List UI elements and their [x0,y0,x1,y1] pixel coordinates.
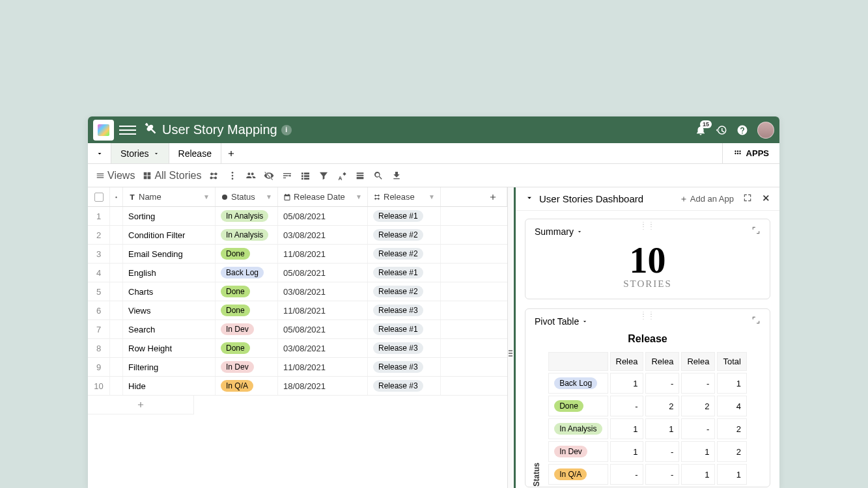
cell-date[interactable]: 03/08/2021 [278,339,368,357]
filter-icon[interactable] [318,170,329,181]
cell-name[interactable]: English [123,264,216,282]
cell-release[interactable]: Release #1 [368,207,441,225]
tabs-collapse-icon[interactable] [88,143,111,163]
cell-name[interactable]: Condition Filter [123,226,216,244]
cell-status[interactable]: In Analysis [216,226,278,244]
cell-name[interactable]: Row Height [123,339,216,357]
cell-name[interactable]: Hide [123,377,216,395]
group-icon[interactable] [300,170,311,181]
cell-release[interactable]: Release #1 [368,264,441,282]
cell-release[interactable]: Release #1 [368,320,441,338]
logo-button[interactable] [93,120,114,141]
info-icon[interactable]: i [281,125,292,135]
summary-dropdown[interactable]: Summary [535,226,583,237]
summary-caption: STORIES [535,278,761,290]
card-expand-icon[interactable] [751,226,761,237]
cell-release[interactable]: Release #2 [368,282,441,301]
table-row[interactable]: 2Condition FilterIn Analysis03/08/2021Re… [88,226,507,245]
cell-date[interactable]: 05/08/2021 [278,207,368,225]
cell-status[interactable]: In Dev [216,358,278,376]
cell-date[interactable]: 05/08/2021 [278,320,368,338]
table-row[interactable]: 1SortingIn Analysis05/08/2021Release #1 [88,207,507,226]
cell-date[interactable]: 03/08/2021 [278,282,368,301]
pivot-cell: - [610,464,644,485]
tab-release[interactable]: Release [169,143,221,163]
close-icon[interactable] [761,193,770,204]
cell-status[interactable]: Done [216,339,278,357]
views-menu[interactable]: Views [96,170,135,182]
export-icon[interactable] [391,170,402,181]
cell-name[interactable]: Sorting [123,207,216,225]
apps-button[interactable]: APPS [722,143,779,163]
tab-stories[interactable]: Stories [111,143,169,163]
cell-status[interactable]: In Analysis [216,207,278,225]
table-row[interactable]: 6ViewsDone11/08/2021Release #3 [88,301,507,320]
cell-date[interactable]: 11/08/2021 [278,245,368,263]
more-icon[interactable] [227,170,238,181]
cell-name[interactable]: Charts [123,282,216,301]
table-row[interactable]: 5ChartsDone03/08/2021Release #2 [88,282,507,301]
cell-name[interactable]: Email Sending [123,245,216,263]
add-column-button[interactable] [441,187,507,206]
pivot-cell: - [681,373,715,394]
cell-date[interactable]: 11/08/2021 [278,301,368,319]
column-release[interactable]: Release▼ [368,187,441,206]
cell-release[interactable]: Release #2 [368,226,441,244]
pivot-dropdown[interactable]: Pivot Table [535,316,588,327]
row-height-icon[interactable] [355,170,365,181]
table-row[interactable]: 9FilteringIn Dev11/08/2021Release #3 [88,358,507,377]
cell-name[interactable]: Filtering [123,358,216,376]
cell-status[interactable]: Done [216,282,278,301]
cell-status[interactable]: Done [216,301,278,319]
cell-date[interactable]: 11/08/2021 [278,358,368,376]
cell-date[interactable]: 05/08/2021 [278,264,368,282]
drag-handle-icon[interactable]: ⋮⋮⋮⋮ [640,223,656,228]
add-app-button[interactable]: Add an App [680,194,734,204]
cell-release[interactable]: Release #3 [368,339,441,357]
column-status[interactable]: Status▼ [216,187,278,206]
row-lock [110,226,123,244]
cell-status[interactable]: In Dev [216,320,278,338]
cell-name[interactable]: Search [123,320,216,338]
row-number: 3 [88,245,110,263]
sort-icon[interactable] [282,170,292,181]
select-all-checkbox[interactable] [88,187,110,206]
share-icon[interactable] [209,170,219,181]
menu-icon[interactable] [119,122,136,139]
dashboard-panel: User Stories Dashboard Add an App ⋮⋮⋮⋮ [516,187,779,488]
visibility-icon[interactable] [264,170,274,181]
cell-status[interactable]: Back Log [216,264,278,282]
table-row[interactable]: 4EnglishBack Log05/08/2021Release #1 [88,264,507,282]
pivot-row: In Dev1-12 [548,441,747,462]
avatar[interactable] [757,122,774,139]
people-icon[interactable] [245,170,256,181]
table-row[interactable]: 10HideIn Q/A18/08/2021Release #3 [88,377,507,396]
cell-release[interactable]: Release #3 [368,358,441,376]
help-icon[interactable] [736,124,748,136]
expand-icon[interactable] [743,193,752,204]
add-tab-button[interactable] [221,143,241,163]
format-icon[interactable] [337,170,347,181]
cell-status[interactable]: Done [216,245,278,263]
cell-status[interactable]: In Q/A [216,377,278,395]
table-row[interactable]: 7SearchIn Dev05/08/2021Release #1 [88,320,507,339]
cell-release[interactable]: Release #3 [368,377,441,395]
collapse-icon[interactable] [525,193,534,205]
add-row-button[interactable] [88,396,194,414]
cell-release[interactable]: Release #2 [368,245,441,263]
current-view[interactable]: All Stories [143,170,201,182]
cell-name[interactable]: Views [123,301,216,319]
search-icon[interactable] [373,170,384,181]
split-handle[interactable] [508,187,516,488]
drag-handle-icon[interactable]: ⋮⋮⋮⋮ [640,313,656,318]
table-row[interactable]: 8Row HeightDone03/08/2021Release #3 [88,339,507,358]
column-release-date[interactable]: Release Date▼ [278,187,368,206]
table-row[interactable]: 3Email SendingDone11/08/2021Release #2 [88,245,507,264]
cell-release[interactable]: Release #3 [368,301,441,319]
column-name[interactable]: Name▼ [123,187,216,206]
bell-icon[interactable]: 15 [695,124,707,136]
card-expand-icon[interactable] [751,316,761,327]
cell-date[interactable]: 03/08/2021 [278,226,368,244]
history-icon[interactable] [716,124,727,136]
cell-date[interactable]: 18/08/2021 [278,377,368,395]
